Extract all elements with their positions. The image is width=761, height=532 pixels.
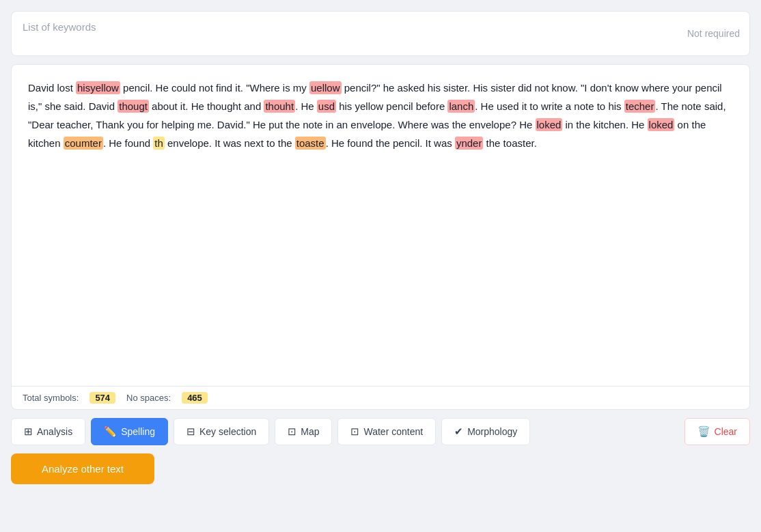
total-symbols-value: 574 xyxy=(89,392,115,404)
morphology-label: Morphology xyxy=(467,426,517,437)
clear-button[interactable]: 🗑️ Clear xyxy=(684,418,750,445)
highlighted-word: lanch xyxy=(447,100,475,113)
highlighted-word: techer xyxy=(624,100,656,113)
analysis-icon: ⊞ xyxy=(24,425,33,438)
morphology-button[interactable]: ✔ Morphology xyxy=(441,418,530,445)
key-selection-button[interactable]: ⊟ Key selection xyxy=(174,418,269,445)
no-spaces-label: No spaces: xyxy=(126,393,171,403)
highlighted-word: uellow xyxy=(309,81,342,94)
toolbar: ⊞ Analysis ✏️ Spelling ⊟ Key selection ⊡… xyxy=(11,418,750,445)
map-icon: ⊡ xyxy=(288,425,296,438)
no-spaces-value: 465 xyxy=(182,392,208,404)
highlighted-word: usd xyxy=(317,100,336,113)
analyze-button-label: Analyze other text xyxy=(42,463,124,475)
spelling-label: Spelling xyxy=(121,426,155,437)
highlighted-word: th xyxy=(153,137,165,150)
spelling-button[interactable]: ✏️ Spelling xyxy=(91,418,168,445)
water-content-button[interactable]: ⊡ Water content xyxy=(337,418,436,445)
morphology-icon: ✔ xyxy=(454,425,463,438)
spelling-icon: ✏️ xyxy=(104,425,117,438)
highlighted-word: loked xyxy=(536,118,563,131)
keywords-not-required: Not required xyxy=(687,28,740,39)
highlighted-word: hisyellow xyxy=(76,81,120,94)
water-content-icon: ⊡ xyxy=(350,425,359,438)
highlighted-word: toaste xyxy=(295,137,326,150)
highlighted-word: coumter xyxy=(64,137,103,150)
highlighted-word: thouht xyxy=(264,100,295,113)
total-symbols-label: Total symbols: xyxy=(23,393,79,403)
keywords-box: List of keywords Not required xyxy=(11,11,750,56)
clear-label: Clear xyxy=(715,426,737,437)
analysis-label: Analysis xyxy=(37,426,72,437)
key-selection-icon: ⊟ xyxy=(186,425,195,438)
key-selection-label: Key selection xyxy=(199,426,256,437)
map-label: Map xyxy=(301,426,319,437)
water-content-label: Water content xyxy=(363,426,423,437)
highlighted-word: thougt xyxy=(117,100,149,113)
main-container: List of keywords Not required David lost… xyxy=(11,11,750,484)
stats-row: Total symbols: 574 No spaces: 465 xyxy=(12,386,749,409)
keywords-placeholder: List of keywords xyxy=(23,21,96,33)
clear-icon: 🗑️ xyxy=(697,425,710,438)
text-content: David lost hisyellow pencil. He could no… xyxy=(12,65,749,386)
analysis-button[interactable]: ⊞ Analysis xyxy=(11,418,85,445)
analyze-other-text-button[interactable]: Analyze other text xyxy=(11,453,154,484)
highlighted-word: ynder xyxy=(455,137,484,150)
text-wrapper: David lost hisyellow pencil. He could no… xyxy=(11,64,750,410)
map-button[interactable]: ⊡ Map xyxy=(275,418,332,445)
highlighted-word: loked xyxy=(648,118,675,131)
